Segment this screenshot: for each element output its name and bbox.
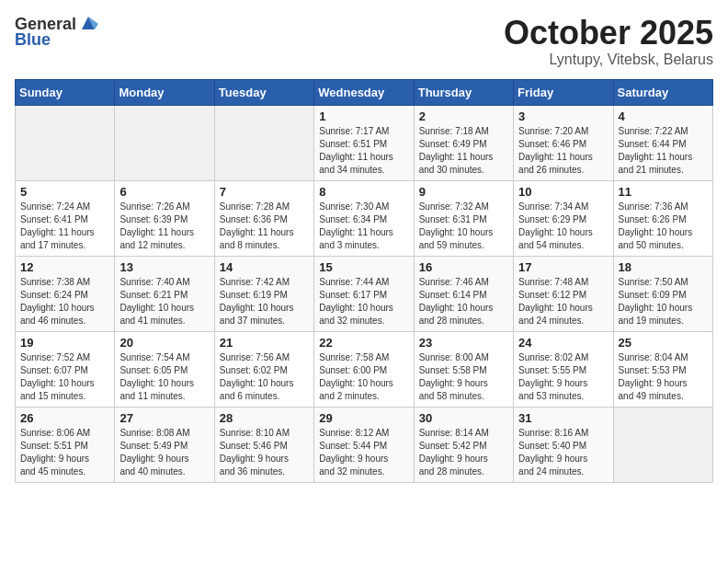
day-info: Sunrise: 8:06 AM Sunset: 5:51 PM Dayligh…: [20, 427, 109, 478]
day-info: Sunrise: 8:04 AM Sunset: 5:53 PM Dayligh…: [619, 351, 708, 403]
day-number: 28: [220, 411, 309, 425]
day-info: Sunrise: 7:58 AM Sunset: 6:00 PM Dayligh…: [319, 351, 408, 403]
day-number: 27: [119, 411, 209, 425]
day-info: Sunrise: 8:12 AM Sunset: 5:44 PM Dayligh…: [319, 427, 408, 478]
day-number: 30: [419, 411, 508, 425]
week-row-5: 26Sunrise: 8:06 AM Sunset: 5:51 PM Dayli…: [16, 407, 713, 482]
calendar-cell: 19Sunrise: 7:52 AM Sunset: 6:07 PM Dayli…: [16, 331, 115, 407]
day-info: Sunrise: 7:20 AM Sunset: 6:46 PM Dayligh…: [518, 125, 608, 177]
day-info: Sunrise: 7:28 AM Sunset: 6:36 PM Dayligh…: [220, 201, 309, 252]
day-number: 26: [20, 411, 109, 425]
day-number: 12: [20, 260, 109, 274]
weekday-header-sunday: Sunday: [16, 79, 115, 105]
weekday-header-wednesday: Wednesday: [314, 79, 414, 105]
weekday-header-saturday: Saturday: [613, 79, 712, 105]
day-info: Sunrise: 7:46 AM Sunset: 6:14 PM Dayligh…: [419, 276, 508, 327]
day-info: Sunrise: 8:16 AM Sunset: 5:40 PM Dayligh…: [518, 427, 608, 478]
calendar-cell: [214, 105, 313, 180]
calendar-cell: 25Sunrise: 8:04 AM Sunset: 5:53 PM Dayli…: [613, 331, 712, 407]
calendar-cell: 29Sunrise: 8:12 AM Sunset: 5:44 PM Dayli…: [314, 407, 414, 482]
calendar-cell: 1Sunrise: 7:17 AM Sunset: 6:51 PM Daylig…: [314, 105, 414, 180]
day-info: Sunrise: 7:30 AM Sunset: 6:34 PM Dayligh…: [319, 201, 408, 252]
calendar-cell: 2Sunrise: 7:18 AM Sunset: 6:49 PM Daylig…: [414, 105, 513, 180]
day-number: 20: [119, 336, 209, 350]
calendar-cell: 20Sunrise: 7:54 AM Sunset: 6:05 PM Dayli…: [115, 331, 214, 407]
logo: General Blue: [15, 15, 98, 50]
calendar-cell: 12Sunrise: 7:38 AM Sunset: 6:24 PM Dayli…: [16, 256, 115, 331]
calendar-cell: 11Sunrise: 7:36 AM Sunset: 6:26 PM Dayli…: [613, 180, 712, 256]
calendar-cell: 10Sunrise: 7:34 AM Sunset: 6:29 PM Dayli…: [514, 180, 613, 256]
day-info: Sunrise: 8:00 AM Sunset: 5:58 PM Dayligh…: [419, 351, 508, 403]
calendar-cell: 21Sunrise: 7:56 AM Sunset: 6:02 PM Dayli…: [214, 331, 313, 407]
day-number: 16: [419, 260, 508, 274]
day-number: 14: [220, 260, 309, 274]
calendar-cell: 7Sunrise: 7:28 AM Sunset: 6:36 PM Daylig…: [214, 180, 313, 256]
day-number: 13: [119, 260, 209, 274]
day-info: Sunrise: 8:08 AM Sunset: 5:49 PM Dayligh…: [119, 427, 209, 478]
day-number: 1: [319, 109, 408, 123]
calendar-cell: 15Sunrise: 7:44 AM Sunset: 6:17 PM Dayli…: [314, 256, 414, 331]
logo-icon: [78, 13, 98, 33]
day-number: 4: [619, 109, 708, 123]
day-number: 25: [619, 336, 708, 350]
weekday-header-tuesday: Tuesday: [214, 79, 313, 105]
day-info: Sunrise: 7:44 AM Sunset: 6:17 PM Dayligh…: [319, 276, 408, 327]
calendar-cell: 28Sunrise: 8:10 AM Sunset: 5:46 PM Dayli…: [214, 407, 313, 482]
day-number: 2: [419, 109, 508, 123]
day-info: Sunrise: 8:14 AM Sunset: 5:42 PM Dayligh…: [419, 427, 508, 478]
day-info: Sunrise: 7:38 AM Sunset: 6:24 PM Dayligh…: [20, 276, 109, 327]
day-info: Sunrise: 7:50 AM Sunset: 6:09 PM Dayligh…: [619, 276, 708, 327]
day-number: 17: [518, 260, 608, 274]
day-info: Sunrise: 7:52 AM Sunset: 6:07 PM Dayligh…: [20, 351, 109, 403]
day-number: 10: [518, 185, 608, 199]
day-info: Sunrise: 7:34 AM Sunset: 6:29 PM Dayligh…: [518, 201, 608, 252]
day-number: 18: [619, 260, 708, 274]
calendar-cell: 30Sunrise: 8:14 AM Sunset: 5:42 PM Dayli…: [414, 407, 513, 482]
day-info: Sunrise: 8:02 AM Sunset: 5:55 PM Dayligh…: [518, 351, 608, 403]
calendar-cell: 3Sunrise: 7:20 AM Sunset: 6:46 PM Daylig…: [514, 105, 613, 180]
weekday-header-monday: Monday: [115, 79, 214, 105]
calendar-cell: 6Sunrise: 7:26 AM Sunset: 6:39 PM Daylig…: [115, 180, 214, 256]
calendar-cell: 17Sunrise: 7:48 AM Sunset: 6:12 PM Dayli…: [514, 256, 613, 331]
calendar-cell: 26Sunrise: 8:06 AM Sunset: 5:51 PM Dayli…: [16, 407, 115, 482]
day-number: 31: [518, 411, 608, 425]
calendar-cell: 8Sunrise: 7:30 AM Sunset: 6:34 PM Daylig…: [314, 180, 414, 256]
weekday-header-thursday: Thursday: [414, 79, 513, 105]
calendar-cell: 14Sunrise: 7:42 AM Sunset: 6:19 PM Dayli…: [214, 256, 313, 331]
day-number: 6: [119, 185, 209, 199]
calendar-cell: 5Sunrise: 7:24 AM Sunset: 6:41 PM Daylig…: [16, 180, 115, 256]
day-info: Sunrise: 7:40 AM Sunset: 6:21 PM Dayligh…: [119, 276, 209, 327]
calendar-cell: 27Sunrise: 8:08 AM Sunset: 5:49 PM Dayli…: [115, 407, 214, 482]
day-number: 3: [518, 109, 608, 123]
calendar-cell: 16Sunrise: 7:46 AM Sunset: 6:14 PM Dayli…: [414, 256, 513, 331]
weekday-header-friday: Friday: [514, 79, 613, 105]
week-row-3: 12Sunrise: 7:38 AM Sunset: 6:24 PM Dayli…: [16, 256, 713, 331]
calendar-cell: 31Sunrise: 8:16 AM Sunset: 5:40 PM Dayli…: [514, 407, 613, 482]
day-info: Sunrise: 7:56 AM Sunset: 6:02 PM Dayligh…: [220, 351, 309, 403]
day-number: 7: [220, 185, 309, 199]
day-number: 8: [319, 185, 408, 199]
day-info: Sunrise: 7:42 AM Sunset: 6:19 PM Dayligh…: [220, 276, 309, 327]
calendar-cell: 24Sunrise: 8:02 AM Sunset: 5:55 PM Dayli…: [514, 331, 613, 407]
month-title: October 2025: [504, 15, 713, 52]
calendar-cell: 23Sunrise: 8:00 AM Sunset: 5:58 PM Dayli…: [414, 331, 513, 407]
day-info: Sunrise: 7:18 AM Sunset: 6:49 PM Dayligh…: [419, 125, 508, 177]
day-info: Sunrise: 7:26 AM Sunset: 6:39 PM Dayligh…: [119, 201, 209, 252]
calendar-cell: 13Sunrise: 7:40 AM Sunset: 6:21 PM Dayli…: [115, 256, 214, 331]
day-info: Sunrise: 7:17 AM Sunset: 6:51 PM Dayligh…: [319, 125, 408, 177]
week-row-1: 1Sunrise: 7:17 AM Sunset: 6:51 PM Daylig…: [16, 105, 713, 180]
page-header: General Blue October 2025 Lyntupy, Viteb…: [15, 15, 713, 68]
calendar-cell: [613, 407, 712, 482]
day-info: Sunrise: 7:48 AM Sunset: 6:12 PM Dayligh…: [518, 276, 608, 327]
calendar-cell: 4Sunrise: 7:22 AM Sunset: 6:44 PM Daylig…: [613, 105, 712, 180]
day-number: 5: [20, 185, 109, 199]
calendar-cell: [16, 105, 115, 180]
calendar-cell: 22Sunrise: 7:58 AM Sunset: 6:00 PM Dayli…: [314, 331, 414, 407]
day-info: Sunrise: 7:22 AM Sunset: 6:44 PM Dayligh…: [619, 125, 708, 177]
day-number: 23: [419, 336, 508, 350]
week-row-4: 19Sunrise: 7:52 AM Sunset: 6:07 PM Dayli…: [16, 331, 713, 407]
calendar-cell: 18Sunrise: 7:50 AM Sunset: 6:09 PM Dayli…: [613, 256, 712, 331]
day-info: Sunrise: 7:24 AM Sunset: 6:41 PM Dayligh…: [20, 201, 109, 252]
day-number: 9: [419, 185, 508, 199]
day-info: Sunrise: 7:54 AM Sunset: 6:05 PM Dayligh…: [119, 351, 209, 403]
